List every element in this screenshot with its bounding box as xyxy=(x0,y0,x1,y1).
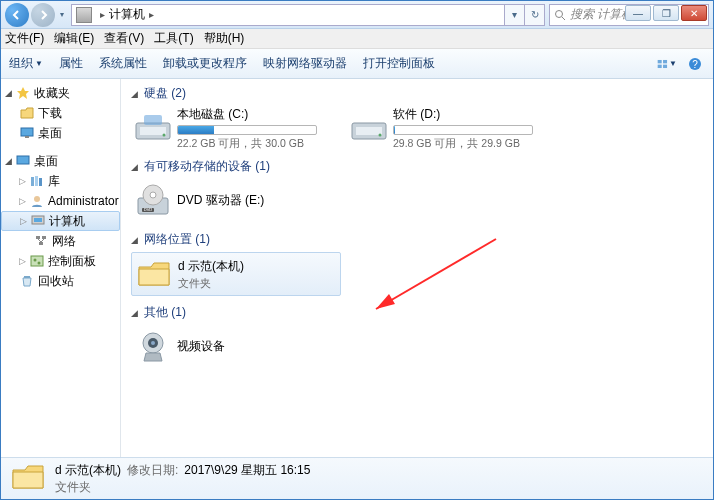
video-device-item[interactable]: 视频设备 xyxy=(131,325,341,369)
address-bar[interactable]: ▸ 计算机 ▸ xyxy=(71,4,505,26)
svg-rect-17 xyxy=(34,218,42,222)
drive-label: 本地磁盘 (C:) xyxy=(177,106,339,123)
drive-free-text: 22.2 GB 可用，共 30.0 GB xyxy=(177,137,339,151)
toolbar-uninstall[interactable]: 卸载或更改程序 xyxy=(163,55,247,72)
svg-point-0 xyxy=(556,10,563,17)
network-icon xyxy=(33,233,49,249)
sidebar-desktop-root[interactable]: ◢ 桌面 xyxy=(1,151,120,171)
details-modified-value: 2017\9\29 星期五 16:15 xyxy=(184,462,310,479)
folder-icon xyxy=(11,462,45,496)
item-type: 文件夹 xyxy=(178,277,338,291)
svg-point-15 xyxy=(34,196,40,202)
svg-point-41 xyxy=(151,341,155,345)
titlebar: ▾ ▸ 计算机 ▸ ▾ ↻ 搜索 计算机 — ❐ ✕ xyxy=(1,1,713,29)
breadcrumb-sep: ▸ xyxy=(100,9,105,20)
maximize-button[interactable]: ❐ xyxy=(653,5,679,21)
breadcrumb-sep: ▸ xyxy=(149,9,154,20)
toolbar-map-drive[interactable]: 映射网络驱动器 xyxy=(263,55,347,72)
svg-rect-4 xyxy=(658,64,662,67)
sidebar-item-desktop-fav[interactable]: 桌面 xyxy=(1,123,120,143)
library-icon xyxy=(29,173,45,189)
sidebar-item-libraries[interactable]: ▷ 库 xyxy=(1,171,120,191)
toolbar-organize[interactable]: 组织▼ xyxy=(9,55,43,72)
toolbar: 组织▼ 属性 系统属性 卸载或更改程序 映射网络驱动器 打开控制面板 ▼ ? xyxy=(1,49,713,79)
sidebar-item-recycle-bin[interactable]: 回收站 xyxy=(1,271,120,291)
details-type: 文件夹 xyxy=(55,479,91,496)
nav-forward-button[interactable] xyxy=(31,3,55,27)
section-network-header[interactable]: ◢网络位置 (1) xyxy=(131,231,703,248)
control-panel-icon xyxy=(29,253,45,269)
minimize-button[interactable]: — xyxy=(625,5,651,21)
sidebar-favorites[interactable]: ◢ 收藏夹 xyxy=(1,83,120,103)
drive-c[interactable]: 本地磁盘 (C:) 22.2 GB 可用，共 30.0 GB xyxy=(131,106,341,150)
computer-icon xyxy=(30,213,46,229)
menu-edit[interactable]: 编辑(E) xyxy=(54,30,94,47)
sidebar-item-control-panel[interactable]: ▷ 控制面板 xyxy=(1,251,120,271)
star-icon xyxy=(15,85,31,101)
svg-point-33 xyxy=(379,134,382,137)
section-other-header[interactable]: ◢其他 (1) xyxy=(131,304,703,321)
svg-point-25 xyxy=(38,262,41,265)
svg-rect-3 xyxy=(663,59,667,62)
svg-marker-8 xyxy=(17,87,29,99)
svg-rect-32 xyxy=(356,127,382,135)
drive-d[interactable]: 软件 (D:) 29.8 GB 可用，共 29.9 GB xyxy=(347,106,557,150)
svg-point-29 xyxy=(163,134,166,137)
svg-rect-28 xyxy=(140,127,166,135)
address-dropdown-button[interactable]: ▾ xyxy=(505,4,525,26)
sidebar-item-computer[interactable]: ▷ 计算机 xyxy=(1,211,120,231)
svg-rect-5 xyxy=(663,64,667,67)
view-options-button[interactable]: ▼ xyxy=(657,55,677,73)
svg-rect-12 xyxy=(31,177,34,186)
svg-line-21 xyxy=(38,239,41,242)
nav-back-button[interactable] xyxy=(5,3,29,27)
sidebar-item-administrator[interactable]: ▷ Administrator xyxy=(1,191,120,211)
sidebar-item-network[interactable]: 网络 xyxy=(1,231,120,251)
desktop-icon xyxy=(15,153,31,169)
section-hdd-header[interactable]: ◢硬盘 (2) xyxy=(131,85,703,102)
svg-point-24 xyxy=(34,259,37,262)
toolbar-properties[interactable]: 属性 xyxy=(59,55,83,72)
help-button[interactable]: ? xyxy=(685,55,705,73)
breadcrumb-item[interactable]: 计算机 xyxy=(109,6,145,23)
drive-free-text: 29.8 GB 可用，共 29.9 GB xyxy=(393,137,555,151)
drive-label: 软件 (D:) xyxy=(393,106,555,123)
menu-tools[interactable]: 工具(T) xyxy=(154,30,193,47)
toolbar-control-panel[interactable]: 打开控制面板 xyxy=(363,55,435,72)
svg-text:?: ? xyxy=(692,59,698,70)
desktop-icon xyxy=(19,125,35,141)
svg-rect-30 xyxy=(144,115,162,125)
webcam-icon xyxy=(133,327,173,367)
network-folder-item[interactable]: d 示范(本机) 文件夹 xyxy=(131,252,341,296)
hdd-icon xyxy=(349,108,389,148)
svg-point-36 xyxy=(150,192,156,198)
content-pane[interactable]: ◢硬盘 (2) 本地磁盘 (C:) 22.2 GB 可用，共 30.0 GB xyxy=(121,79,713,457)
menu-help[interactable]: 帮助(H) xyxy=(204,30,245,47)
svg-rect-13 xyxy=(35,176,38,186)
close-button[interactable]: ✕ xyxy=(681,5,707,21)
svg-rect-14 xyxy=(39,178,42,186)
sidebar-item-downloads[interactable]: 下载 xyxy=(1,103,120,123)
menu-view[interactable]: 查看(V) xyxy=(104,30,144,47)
svg-rect-18 xyxy=(36,236,40,239)
details-modified-label: 修改日期: xyxy=(127,462,178,479)
nav-history-dropdown[interactable]: ▾ xyxy=(57,3,67,27)
item-label: d 示范(本机) xyxy=(178,258,338,275)
toolbar-system-properties[interactable]: 系统属性 xyxy=(99,55,147,72)
item-label: 视频设备 xyxy=(177,338,339,355)
recycle-bin-icon xyxy=(19,273,35,289)
refresh-button[interactable]: ↻ xyxy=(525,4,545,26)
svg-text:DVD: DVD xyxy=(144,207,153,212)
details-name: d 示范(本机) xyxy=(55,462,121,479)
folder-icon xyxy=(134,254,174,294)
svg-rect-19 xyxy=(42,236,46,239)
drive-dvd[interactable]: DVD DVD 驱动器 (E:) xyxy=(131,179,341,223)
menu-file[interactable]: 文件(F) xyxy=(5,30,44,47)
drive-usage-bar xyxy=(393,125,533,135)
search-icon xyxy=(554,9,566,21)
section-removable-header[interactable]: ◢有可移动存储的设备 (1) xyxy=(131,158,703,175)
svg-rect-2 xyxy=(658,59,662,62)
svg-rect-26 xyxy=(24,276,30,278)
hdd-icon xyxy=(133,108,173,148)
svg-rect-20 xyxy=(39,242,43,245)
